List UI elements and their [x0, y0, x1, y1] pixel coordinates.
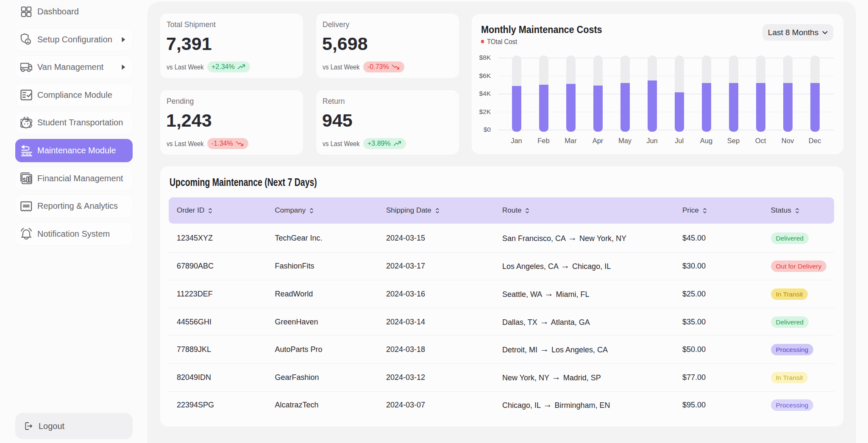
svg-text:$: $	[22, 177, 26, 183]
